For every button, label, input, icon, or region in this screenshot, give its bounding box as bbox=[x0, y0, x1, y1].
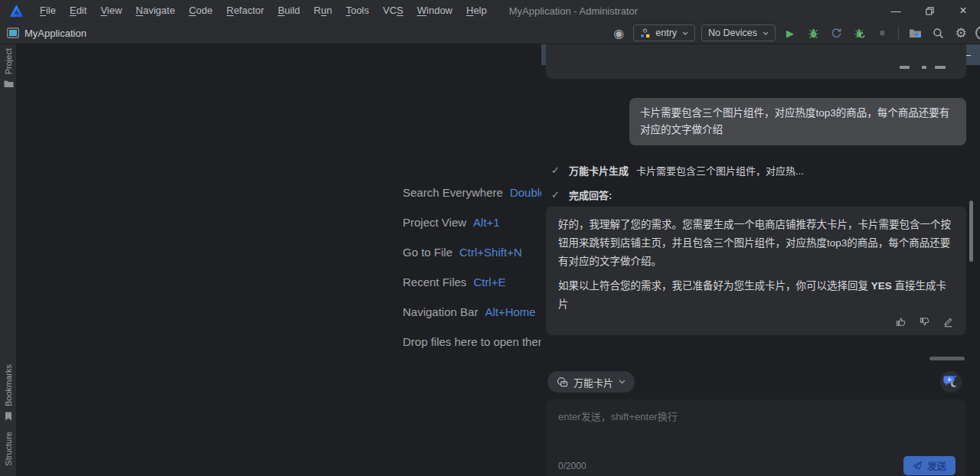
check-icon: ✓ bbox=[551, 189, 560, 201]
chevron-down-icon bbox=[619, 380, 626, 384]
reply-actions bbox=[558, 315, 954, 329]
target-device-icon[interactable]: ◉ bbox=[610, 24, 627, 41]
menu-help[interactable]: Help bbox=[459, 0, 494, 21]
sidebar-item-structure[interactable]: Structure bbox=[4, 432, 13, 466]
agent-selector-pill[interactable]: 万能卡片 bbox=[547, 371, 635, 393]
sidebar-item-bookmarks[interactable]: Bookmarks bbox=[4, 364, 13, 421]
chat-area: 卡片需要包含三个图片组件，对应热度top3的商品，每个商品还要有对应的文字做介绍… bbox=[541, 65, 980, 476]
menu-refactor[interactable]: Refactor bbox=[220, 0, 271, 21]
settings-gear-icon[interactable]: ⚙ bbox=[952, 24, 969, 41]
step-answer-complete: ✓ 完成回答: bbox=[551, 187, 612, 202]
project-icon bbox=[7, 28, 19, 38]
partial-edit-icon[interactable] bbox=[935, 66, 946, 69]
search-icon[interactable] bbox=[929, 24, 946, 41]
window-controls: — × bbox=[879, 0, 980, 21]
previous-message-partial bbox=[546, 44, 966, 79]
profile-icon[interactable] bbox=[975, 26, 980, 40]
assistant-panel: Intelligent Coding Assistant ⚙ — 卡片需要包含三… bbox=[541, 44, 980, 476]
message-input-box: enter发送，shift+enter换行 0/2000 发送 bbox=[546, 399, 966, 476]
assistant-reply-box: 好的，我理解了您的需求。您需要生成一个电商店铺推荐大卡片，卡片需要包含一个按钮用… bbox=[546, 207, 966, 335]
chevron-down-icon bbox=[682, 31, 688, 35]
menu-vcs[interactable]: VCS bbox=[376, 0, 410, 21]
edit-icon[interactable] bbox=[942, 315, 954, 328]
title-bar: FileEditViewNavigateCodeRefactorBuildRun… bbox=[0, 0, 980, 21]
debug-button[interactable] bbox=[805, 24, 822, 41]
step-card-generation: ✓ 万能卡片生成 卡片需要包含三个图片组件，对应热... bbox=[551, 163, 804, 178]
run-config-selector[interactable]: entry bbox=[633, 24, 695, 41]
reply-paragraph-1: 好的，我理解了您的需求。您需要生成一个电商店铺推荐大卡片，卡片需要包含一个按钮用… bbox=[558, 216, 954, 271]
user-message-bubble: 卡片需要包含三个图片组件，对应热度top3的商品，每个商品还要有对应的文字做介绍 bbox=[629, 98, 966, 145]
device-manager-icon[interactable] bbox=[906, 24, 923, 41]
main-toolbar: MyApplication ◉ entry No Devices bbox=[0, 21, 980, 44]
check-icon: ✓ bbox=[551, 165, 560, 176]
send-button[interactable]: 发送 bbox=[903, 456, 956, 475]
sidebar-item-project[interactable]: Project bbox=[0, 48, 17, 88]
message-input[interactable]: enter发送，shift+enter换行 bbox=[558, 409, 954, 439]
profiler-button[interactable] bbox=[828, 24, 844, 41]
restore-icon[interactable] bbox=[913, 0, 946, 21]
paper-plane-icon bbox=[913, 461, 923, 471]
window-title: MyApplication - Administrator bbox=[509, 5, 638, 17]
minimize-icon[interactable]: — bbox=[879, 0, 913, 21]
ide-window: FileEditViewNavigateCodeRefactorBuildRun… bbox=[0, 0, 980, 476]
menu-bar: FileEditViewNavigateCodeRefactorBuildRun… bbox=[33, 0, 494, 21]
panel-resize-handle[interactable] bbox=[929, 357, 965, 360]
deveco-logo-icon bbox=[10, 5, 23, 18]
menu-window[interactable]: Window bbox=[410, 0, 459, 21]
attach-debugger-button[interactable] bbox=[851, 24, 867, 41]
project-widget[interactable]: MyApplication bbox=[7, 28, 87, 39]
menu-code[interactable]: Code bbox=[182, 0, 220, 21]
menu-tools[interactable]: Tools bbox=[339, 0, 376, 21]
folder-icon bbox=[4, 80, 14, 88]
thumb-down-icon[interactable] bbox=[918, 315, 930, 328]
menu-run[interactable]: Run bbox=[307, 0, 339, 21]
stop-button[interactable]: ■ bbox=[874, 24, 890, 41]
close-icon[interactable]: × bbox=[946, 0, 980, 21]
menu-edit[interactable]: Edit bbox=[63, 0, 93, 21]
menu-view[interactable]: View bbox=[93, 0, 129, 21]
menu-navigate[interactable]: Navigate bbox=[129, 0, 181, 21]
thumb-up-icon[interactable] bbox=[894, 315, 906, 328]
new-chat-button[interactable] bbox=[940, 371, 962, 393]
bookmark-icon bbox=[5, 412, 12, 421]
partial-thumb-up-icon[interactable] bbox=[900, 66, 910, 69]
device-selector[interactable]: No Devices bbox=[701, 24, 776, 41]
menu-build[interactable]: Build bbox=[271, 0, 307, 21]
run-button[interactable]: ▶ bbox=[782, 24, 799, 41]
toolbar-divider bbox=[898, 26, 899, 40]
left-tool-strip: Project Bookmarks Structure bbox=[0, 44, 17, 476]
module-icon bbox=[640, 28, 650, 38]
partial-thumb-down-icon[interactable] bbox=[922, 66, 926, 69]
reply-paragraph-2: 如果以上符合您的需求，我已准备好为您生成卡片，你可以选择回复 YES 直接生成卡… bbox=[558, 277, 954, 314]
chat-scrollbar-thumb[interactable] bbox=[969, 201, 973, 262]
card-agent-icon bbox=[557, 377, 568, 388]
chevron-down-icon bbox=[763, 31, 769, 35]
char-counter: 0/2000 bbox=[558, 461, 586, 471]
input-bottom-row: 0/2000 发送 bbox=[558, 456, 956, 475]
menu-file[interactable]: File bbox=[33, 0, 63, 21]
